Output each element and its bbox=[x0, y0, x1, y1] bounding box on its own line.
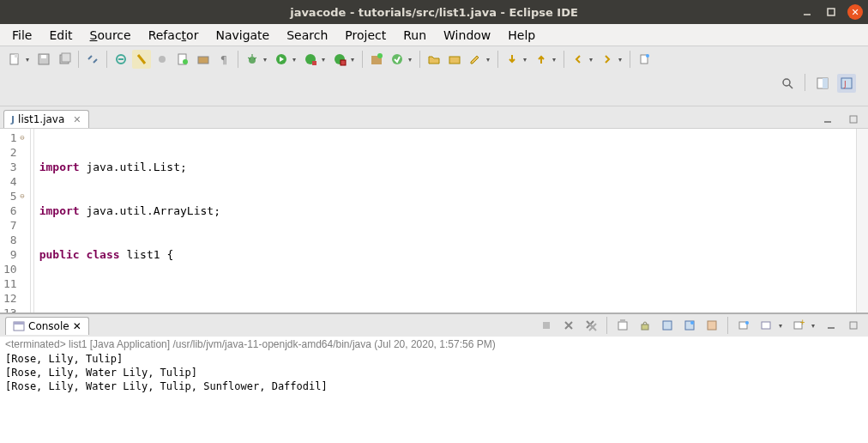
minimize-view-icon[interactable] bbox=[818, 110, 837, 129]
svg-rect-3 bbox=[15, 54, 18, 58]
menu-search[interactable]: Search bbox=[280, 27, 335, 44]
maximize-view-icon[interactable] bbox=[844, 110, 863, 129]
editor-view-controls bbox=[818, 110, 863, 129]
separator bbox=[78, 51, 79, 68]
coverage-button[interactable] bbox=[301, 50, 320, 69]
menu-refactor[interactable]: Refactor bbox=[142, 27, 206, 44]
forward-dropdown[interactable]: ▾ bbox=[618, 56, 625, 64]
open-folder-button[interactable] bbox=[425, 50, 443, 69]
pencil-button[interactable] bbox=[466, 50, 485, 69]
folder-button[interactable] bbox=[445, 50, 464, 69]
code-content[interactable]: import java.util.List; import java.util.… bbox=[34, 129, 856, 313]
new-button[interactable] bbox=[5, 50, 24, 69]
editor-tab-list1[interactable]: J list1.java ✕ bbox=[3, 110, 89, 128]
open-type-button[interactable] bbox=[112, 50, 130, 69]
svg-text:+: + bbox=[799, 319, 805, 326]
console-output-area[interactable]: <terminated> list1 [Java Application] /u… bbox=[0, 337, 868, 443]
display-selected-button[interactable] bbox=[734, 316, 753, 335]
link-editor-button[interactable] bbox=[83, 50, 102, 69]
close-button[interactable]: ✕ bbox=[847, 4, 863, 20]
search-icon[interactable] bbox=[778, 74, 797, 93]
debug-button[interactable] bbox=[243, 50, 262, 69]
new-package-button[interactable] bbox=[194, 50, 213, 69]
console-output-line: [Rose, Lily, Water Lily, Tulip] bbox=[5, 366, 863, 379]
separator bbox=[106, 51, 107, 68]
save-all-button[interactable] bbox=[55, 50, 74, 69]
back-button[interactable] bbox=[569, 50, 588, 69]
run-button[interactable] bbox=[272, 50, 291, 69]
svg-rect-41 bbox=[663, 321, 672, 330]
menu-run[interactable]: Run bbox=[396, 27, 433, 44]
minimize-button[interactable] bbox=[799, 4, 815, 20]
svg-rect-25 bbox=[449, 57, 460, 64]
menu-navigate[interactable]: Navigate bbox=[208, 27, 276, 44]
separator bbox=[497, 51, 498, 68]
menu-edit[interactable]: Edit bbox=[42, 27, 79, 44]
menu-source[interactable]: Source bbox=[83, 27, 138, 44]
pencil-dropdown[interactable]: ▾ bbox=[486, 56, 493, 64]
svg-rect-50 bbox=[828, 327, 835, 329]
minimize-console-icon[interactable] bbox=[822, 316, 841, 335]
menu-project[interactable]: Project bbox=[338, 27, 393, 44]
clear-console-button[interactable] bbox=[613, 316, 632, 335]
new-console-dropdown[interactable]: ▾ bbox=[811, 322, 818, 330]
maximize-console-icon[interactable] bbox=[844, 316, 863, 335]
save-button[interactable] bbox=[34, 50, 53, 69]
debug-dropdown[interactable]: ▾ bbox=[263, 56, 270, 64]
prev-annotation-button[interactable] bbox=[532, 50, 551, 69]
separator bbox=[238, 51, 238, 68]
pin-console-button[interactable] bbox=[680, 316, 699, 335]
svg-point-43 bbox=[690, 321, 694, 325]
svg-rect-32 bbox=[841, 78, 852, 88]
prev-ann-dropdown[interactable]: ▾ bbox=[552, 56, 559, 64]
svg-rect-21 bbox=[341, 60, 346, 65]
new-dropdown[interactable]: ▾ bbox=[26, 56, 33, 64]
java-perspective-button[interactable]: J bbox=[837, 74, 856, 93]
close-tab-icon[interactable]: ✕ bbox=[73, 114, 81, 125]
code-editor[interactable]: 1⊖ 2 3 4 5⊖ 6 7 8 9 10 11 12 13 import j… bbox=[0, 129, 868, 313]
svg-rect-34 bbox=[824, 121, 831, 123]
open-console-button[interactable] bbox=[756, 316, 775, 335]
menu-help[interactable]: Help bbox=[501, 27, 542, 44]
remove-all-button[interactable] bbox=[582, 316, 600, 335]
next-annotation-button[interactable] bbox=[503, 50, 521, 69]
svg-point-46 bbox=[745, 321, 749, 325]
menu-window[interactable]: Window bbox=[437, 27, 497, 44]
coverage-dropdown[interactable]: ▾ bbox=[322, 56, 329, 64]
ext-tools-dropdown[interactable]: ▾ bbox=[351, 56, 358, 64]
console-output-line: [Rose, Lily, Water Lily, Tulip, Sunflowe… bbox=[5, 379, 863, 393]
remove-launch-button[interactable] bbox=[559, 316, 578, 335]
svg-rect-44 bbox=[708, 321, 716, 330]
close-console-icon[interactable]: ✕ bbox=[73, 320, 81, 332]
svg-rect-47 bbox=[762, 322, 770, 329]
next-ann-dropdown[interactable]: ▾ bbox=[523, 56, 530, 64]
new-java-class-button[interactable] bbox=[173, 50, 192, 69]
create-dropdown[interactable]: ▾ bbox=[408, 56, 415, 64]
pilcrow-button[interactable]: ¶ bbox=[214, 50, 233, 69]
separator bbox=[419, 51, 420, 68]
console-icon bbox=[13, 320, 25, 332]
show-console-button[interactable] bbox=[702, 316, 721, 335]
new-console-button[interactable]: + bbox=[789, 316, 808, 335]
open-console-dropdown[interactable]: ▾ bbox=[779, 322, 786, 330]
open-perspective-button[interactable] bbox=[813, 74, 832, 93]
console-tab[interactable]: Console ✕ bbox=[5, 317, 89, 335]
scroll-lock-button[interactable] bbox=[636, 316, 654, 335]
run-dropdown[interactable]: ▾ bbox=[292, 56, 299, 64]
editor-tab-label: list1.java bbox=[18, 113, 64, 125]
skip-breakpoints-button[interactable] bbox=[153, 50, 172, 69]
toggle-mark-button[interactable] bbox=[132, 50, 151, 69]
new-java-project-button[interactable] bbox=[367, 50, 386, 69]
svg-point-28 bbox=[783, 79, 790, 86]
forward-button[interactable] bbox=[598, 50, 617, 69]
overview-ruler[interactable] bbox=[856, 129, 868, 313]
main-toolbar: ▾ ¶ ▾ ▾ ▾ ▾ ▾ ▾ ▾ ▾ ▾ ▾ J bbox=[0, 46, 868, 106]
word-wrap-button[interactable] bbox=[658, 316, 677, 335]
external-tools-button[interactable] bbox=[330, 50, 349, 69]
maximize-button[interactable] bbox=[823, 4, 839, 20]
create-button[interactable] bbox=[388, 50, 407, 69]
console-tab-label: Console bbox=[28, 320, 69, 332]
menu-file[interactable]: File bbox=[5, 27, 39, 44]
back-dropdown[interactable]: ▾ bbox=[589, 56, 596, 64]
pin-editor-button[interactable] bbox=[635, 50, 654, 69]
